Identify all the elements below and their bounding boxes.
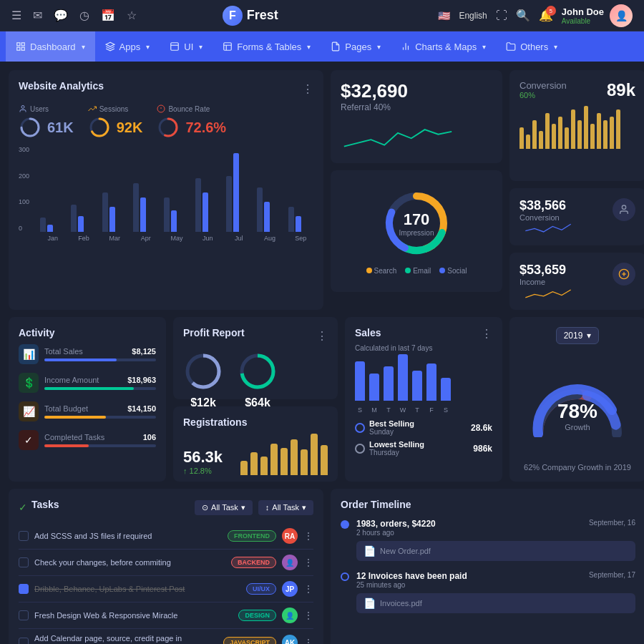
budget-amount: $14,150	[127, 404, 156, 413]
analytics-title: Website Analytics	[19, 80, 104, 92]
profit-title: Profit Report	[183, 327, 245, 338]
topbar: ☰ ✉ 💬 ◷ 📅 ☆ F Frest 🇺🇸 English ⛶ 🔍 🔔 5 J…	[0, 0, 644, 31]
sales-bar-f	[426, 364, 436, 401]
tasks-filter-2[interactable]: ↕ All Task ▾	[258, 500, 313, 515]
task-check-2[interactable]	[19, 557, 29, 567]
sales-bar-w	[398, 354, 408, 401]
sales-menu[interactable]: ⋮	[481, 327, 492, 352]
chat-icon[interactable]: 💬	[54, 9, 68, 22]
best-selling-label: Best Selling	[369, 419, 414, 428]
nav-pages[interactable]: Pages ▾	[321, 31, 391, 62]
notification-icon[interactable]: 🔔 5	[539, 9, 553, 22]
sales-bar-m	[369, 374, 379, 401]
nav-apps[interactable]: Apps ▾	[95, 31, 160, 62]
task-badge-2: BACKEND	[231, 557, 276, 568]
task-more-4[interactable]: ⋮	[303, 610, 313, 621]
hamburger-icon[interactable]: ☰	[11, 9, 21, 22]
total-sales-info: Total Sales $8,125	[44, 347, 156, 361]
growth-value: 78%	[557, 400, 597, 423]
tasks-bar	[44, 444, 89, 447]
task-more-2[interactable]: ⋮	[303, 557, 313, 568]
budget-info: Total Budget $14,150	[44, 404, 156, 419]
svg-rect-3	[21, 47, 24, 50]
stat-users: Users 61K	[19, 104, 74, 139]
nav-others[interactable]: Others ▾	[496, 31, 567, 62]
tasks-filter-1[interactable]: ⊙ All Task ▾	[195, 500, 253, 515]
task-check-3[interactable]	[19, 584, 29, 594]
topbar-right: 🇺🇸 English ⛶ 🔍 🔔 5 John Doe Available 👤	[438, 4, 633, 27]
task-avatar-3: JP	[282, 581, 298, 597]
profit-card: Profit Report ⋮ $12k 2019	[173, 317, 338, 399]
nav-dashboard[interactable]: Dashboard ▾	[6, 31, 95, 62]
right-col: Conversion 60% 89k	[509, 70, 644, 310]
profit-menu[interactable]: ⋮	[316, 329, 328, 343]
task-badge-5: JAVASCRIPT	[223, 637, 276, 644]
users-label: Users	[19, 104, 74, 113]
lang-label[interactable]: English	[459, 11, 487, 21]
sales-bar-t2	[412, 371, 422, 401]
analytics-menu[interactable]: ⋮	[302, 82, 313, 96]
task-row-4: Fresh Design Web & Responsive Miracle DE…	[19, 602, 313, 629]
income-bar-bg	[44, 387, 156, 390]
filename-2: Invoices.pdf	[380, 599, 422, 608]
lowest-selling-indicator	[355, 444, 365, 454]
sales-stats: Best Selling Sunday 28.6k Lowest Selling…	[355, 419, 492, 457]
sales-subtitle: Calculated in last 7 days	[355, 344, 432, 352]
growth-sub: 62% Company Growth in 2019	[524, 463, 631, 472]
timeline-title-1: 1983, orders, $4220	[356, 519, 436, 529]
svg-rect-4	[171, 43, 179, 51]
impression-legend: Search Email Social	[366, 267, 467, 275]
expand-icon[interactable]: ⛶	[496, 9, 507, 22]
star-icon[interactable]: ☆	[127, 9, 137, 22]
nav-forms-tables[interactable]: Forms & Tables ▾	[213, 31, 321, 62]
best-selling-text: Best Selling Sunday	[369, 419, 414, 436]
sales-header: Sales Calculated in last 7 days ⋮	[355, 327, 492, 352]
referral-sub: Referral 40%	[341, 102, 492, 112]
nav-charts[interactable]: Charts & Maps ▾	[391, 31, 496, 62]
stat-conversion-value: $38,566	[519, 198, 566, 213]
app-name: Frest	[247, 8, 278, 23]
tasks-card: ✓ Tasks ⊙ All Task ▾ ↕ All Task ▾	[9, 489, 323, 644]
task-avatar-1: RA	[282, 528, 298, 544]
stat-income-info: $53,659 Income	[519, 263, 566, 286]
activity-card: Activity 📊 Total Sales $8,125 💲	[9, 317, 166, 482]
bar-feb	[71, 205, 96, 232]
navbar: Dashboard ▾ Apps ▾ UI ▾ Forms & Tables ▾…	[0, 31, 644, 62]
user-info: John Doe Available 👤	[562, 4, 633, 27]
bar-apr	[133, 183, 158, 232]
impression-card: 170 Impression Search Email Social	[331, 170, 502, 292]
profit-ring-1	[183, 351, 223, 394]
task-more-1[interactable]: ⋮	[303, 530, 313, 542]
task-check-1[interactable]	[19, 531, 29, 541]
task-check-4[interactable]	[19, 610, 29, 620]
calendar-icon[interactable]: 📅	[101, 9, 115, 22]
timeline-item-2: 12 Invoices have been paid September, 17…	[341, 571, 635, 613]
budget-bar-bg	[44, 416, 156, 419]
filter2-arrow: ▾	[302, 503, 306, 512]
year-selector[interactable]: 2019 ▾	[556, 327, 600, 344]
tasks-label: Completed Tasks	[44, 433, 104, 441]
nav-ui[interactable]: UI ▾	[160, 31, 213, 62]
total-sales-bar	[44, 358, 117, 361]
svg-rect-1	[21, 43, 24, 46]
email-icon[interactable]: ✉	[33, 9, 42, 22]
clock-icon[interactable]: ◷	[79, 9, 89, 22]
conversion-value: 89k	[607, 80, 635, 100]
tasks-bar-bg	[44, 444, 156, 447]
task-text-5: Add Calendar page, source, credit page i…	[34, 634, 218, 644]
registrations-change: ↑ 12.8%	[183, 467, 223, 475]
task-row-3: Dribble, Behance, UpLabs & Pinterest Pos…	[19, 576, 313, 602]
referral-card: $32,690 Referral 40%	[331, 70, 502, 163]
conversion-header: Conversion 60% 89k	[519, 80, 635, 100]
task-more-3[interactable]: ⋮	[303, 583, 313, 595]
referral-sparkline	[341, 119, 455, 153]
task-more-5[interactable]: ⋮	[303, 637, 313, 644]
sales-title: Sales	[355, 327, 432, 338]
gauge-center: 78% Growth	[557, 400, 597, 431]
task-check-5[interactable]	[19, 638, 29, 644]
conversion-pct: 60%	[519, 91, 567, 99]
registrations-card: Registrations 56.3k ↑ 12.8%	[173, 406, 338, 482]
search-icon[interactable]: 🔍	[516, 9, 530, 22]
avatar[interactable]: 👤	[610, 4, 633, 27]
timeline-header: Order Timeline	[341, 499, 635, 510]
